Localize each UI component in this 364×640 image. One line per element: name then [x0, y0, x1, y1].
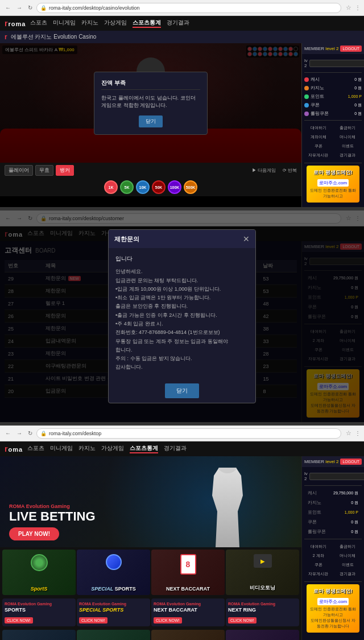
nav-results[interactable]: 경기결과: [167, 19, 189, 28]
dialog-box-1: 잔액 부족 한국고 플레이에서 이도 넘습니다. 코인더 게임으로 적합한 게임…: [94, 72, 208, 135]
chip-500k[interactable]: 500K: [184, 180, 197, 194]
nav-virtual[interactable]: 가상게임: [104, 19, 127, 28]
dialog-text-1: 한국고 플레이에서 이도 넘습니다. 코인더 게임으로 적합한 게임입니다.: [101, 94, 200, 110]
action-transfer-1[interactable]: 계좌이체: [304, 133, 333, 141]
more-tile-epc[interactable]: 에이피피(이씨지): [226, 630, 299, 640]
tile2-ring-btn[interactable]: CLICK NOW!: [228, 617, 257, 624]
chip-50k[interactable]: 50K: [152, 180, 166, 194]
modal-close-x[interactable]: ✕: [243, 234, 250, 243]
forward-button[interactable]: →: [15, 3, 24, 12]
promo-banner-3[interactable]: 로마 평생도메인! 로마주소.com 도메인 인증완료전화 통화 가능하시고 도…: [307, 584, 359, 633]
nav-casino-3[interactable]: 카지노: [78, 444, 96, 453]
chip-10k[interactable]: 10K: [136, 180, 150, 194]
member-body-1: lv 2 ✉ 캐시 0 원 카지노 0 원 포인트: [302, 54, 364, 207]
nav-casino[interactable]: 카지노: [81, 19, 98, 28]
nav-minigame-3[interactable]: 미니게임: [50, 444, 73, 453]
play-now-btn[interactable]: PLAY NOW!: [9, 527, 59, 540]
action-game-1[interactable]: 경기결과: [334, 151, 362, 159]
chip-1k[interactable]: 1K: [104, 180, 118, 194]
tile-special-sports[interactable]: SPECIAL SPORTS: [77, 550, 150, 595]
member-header-3: MEMBER level 2 LOGOUT: [302, 456, 364, 467]
menu-icon-3[interactable]: ⋮: [355, 430, 361, 436]
control-banker[interactable]: 뱅커: [56, 165, 74, 176]
action-withdraw-1[interactable]: 출금하기: [334, 124, 362, 132]
forward-button-3[interactable]: →: [15, 429, 24, 437]
tile-sports[interactable]: SportS: [2, 550, 76, 595]
tile2-special-btn[interactable]: CLICK NOW!: [79, 617, 107, 624]
more-tile-power[interactable]: POWER: [151, 630, 225, 640]
nav-results-3[interactable]: 경기결과: [164, 444, 187, 453]
action-transfer-3[interactable]: 2 계좌: [304, 552, 333, 560]
live-banner-content: ROMA Evolution Gaming LIVE BETTING PLAY …: [9, 503, 96, 540]
nav-sports-3[interactable]: 스포츠: [27, 444, 44, 453]
site-logo-1[interactable]: rroma: [5, 19, 26, 28]
nav-stats[interactable]: 스포츠통계: [133, 19, 161, 28]
coupon-row-3: 쿠폰 0 원: [304, 517, 362, 527]
url-bar-1[interactable]: 🔒 roma-italy.com/desktop/casino/evolutio…: [36, 3, 341, 13]
action-money-1[interactable]: 머니이체: [334, 133, 362, 141]
action-deposit-3[interactable]: 대여하기: [304, 543, 333, 551]
tile-baccarat[interactable]: NEXT BACCARAT: [151, 550, 225, 595]
casino-main: 에볼루션 스피드 바카라 A ₩1,000: [0, 43, 301, 207]
chip-100k[interactable]: 100K: [168, 180, 181, 194]
site-logo-3[interactable]: roma: [5, 444, 23, 453]
bookmark-icon[interactable]: ☆: [346, 4, 351, 11]
control-tie[interactable]: 무효: [35, 165, 53, 176]
control-player[interactable]: 플레이어: [5, 165, 33, 176]
nav-stats-3[interactable]: 스포츠통계: [130, 444, 158, 453]
action-game-3[interactable]: 경기결과: [334, 570, 362, 578]
repeat-label: ⟳ 반복: [283, 167, 297, 174]
member-info-3: MEMBER level 2: [304, 459, 338, 464]
action-coupon-1[interactable]: 쿠폰: [304, 142, 333, 150]
logout-btn-3[interactable]: LOGOUT: [340, 459, 362, 465]
back-button-3[interactable]: ←: [3, 429, 13, 437]
action-event-1[interactable]: 이벤트: [334, 142, 362, 150]
more-tile-powerball[interactable]: NEXTPOWERBALL: [2, 630, 76, 640]
tile2-baccarat[interactable]: ROMA Evolution Gaming NEXT BACCARAT CLIC…: [151, 598, 225, 626]
game-tiles-row2: ROMA Evolution Gaming SPORTS CLICK NOW! …: [0, 597, 301, 629]
url-bar-3[interactable]: 🔒 roma-italy.com/desktop: [36, 428, 341, 439]
refresh-button[interactable]: ↻: [26, 3, 34, 12]
member-id-input[interactable]: [309, 60, 364, 67]
logout-btn-1[interactable]: LOGOUT: [340, 46, 362, 52]
bookmark-icon-3[interactable]: ☆: [346, 430, 351, 437]
lv-label: lv 2: [304, 58, 308, 68]
menu-icon[interactable]: ⋮: [355, 5, 361, 11]
promo-banner-1[interactable]: 로마 평생도메인! 로마주소.com 도메인 인증완료전화 통화 가능하시고: [307, 166, 359, 203]
casino-logo: r: [5, 33, 7, 41]
action-coupon-3[interactable]: 쿠폰: [304, 561, 333, 569]
action-money-3[interactable]: 머니이체: [334, 552, 362, 560]
dialog-close-btn-1[interactable]: 닫기: [139, 115, 163, 127]
tile-video[interactable]: 비디오토닝: [226, 550, 299, 595]
nav-virtual-3[interactable]: 가상게임: [101, 444, 124, 453]
refresh-button-3[interactable]: ↻: [26, 429, 34, 437]
member-id-input-3[interactable]: [309, 473, 364, 480]
tile2-sports[interactable]: ROMA Evolution Gaming SPORTS CLICK NOW!: [2, 598, 76, 626]
casino-row-1: 카지노 0 원: [304, 84, 362, 92]
tile2-baccarat-btn[interactable]: CLICK NOW!: [154, 617, 182, 624]
tile2-ring[interactable]: ROMA Evolution Gaming NEXT RING CLICK NO…: [226, 598, 299, 626]
nav-minigame[interactable]: 미니게임: [53, 19, 76, 28]
more-tile-ladder[interactable]: NEXTLADDER: [77, 630, 150, 640]
modal-close-btn[interactable]: 닫기: [165, 383, 199, 398]
lock-icon-3: 🔒: [40, 431, 47, 436]
rolling-row-3: 롤링쿠폰 0 원: [304, 527, 362, 536]
action-free-1[interactable]: 자유게시판: [304, 151, 333, 159]
modal-content: 입니다 안녕하세요.입금관련 문의는 채팅 부탁드립니다.•입금 계좌 10,0…: [109, 248, 255, 379]
action-deposit-1[interactable]: 대여하기: [304, 124, 333, 132]
action-event-3[interactable]: 이벤트: [334, 561, 362, 569]
lock-icon: 🔒: [40, 5, 47, 11]
nav-sports[interactable]: 스포츠: [30, 19, 47, 28]
action-free-3[interactable]: 자유게시판: [304, 570, 333, 578]
chip-5k[interactable]: 5K: [120, 180, 134, 194]
tile2-baccarat-title: NEXT BACCARAT: [154, 607, 222, 613]
tile2-ring-title: NEXT RING: [228, 607, 297, 613]
sidebar-right-1: MEMBER level 2 LOGOUT lv 2 ✉ 캐시 0 원: [301, 43, 364, 207]
dialog-overlay-1: 잔액 부족 한국고 플레이에서 이도 넘습니다. 코인더 게임으로 적합한 게임…: [0, 43, 301, 163]
tile2-sports-btn[interactable]: CLICK NOW!: [5, 617, 33, 624]
action-withdraw-3[interactable]: 출금하기: [334, 543, 362, 551]
s3-layout: ROMA Evolution Gaming LIVE BETTING PLAY …: [0, 456, 364, 640]
back-button[interactable]: ←: [3, 3, 13, 12]
top-nav-1: rroma 스포츠 미니게임 카지노 가상게임 스포츠통계 경기결과: [0, 16, 364, 31]
tile2-special[interactable]: ROMA Evolution Gaming SPECIAL SPORTS CLI…: [77, 598, 150, 626]
